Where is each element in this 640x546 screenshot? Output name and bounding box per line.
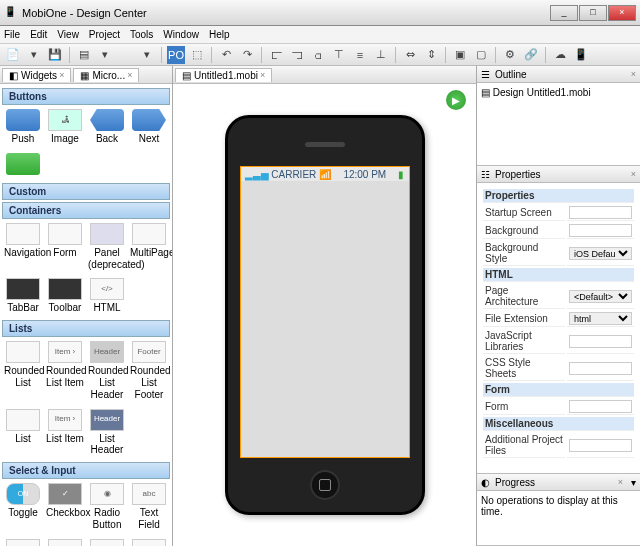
- close-icon[interactable]: ×: [260, 70, 265, 80]
- new-icon[interactable]: 📄: [4, 46, 22, 64]
- outline-panel: ☰Outline× ▤ Design Untitled1.mobi: [477, 66, 640, 166]
- pagearch-select[interactable]: <Default>: [569, 290, 632, 303]
- apple-icon[interactable]: [117, 46, 135, 64]
- home-button[interactable]: [310, 470, 340, 500]
- menu-edit[interactable]: Edit: [30, 29, 47, 40]
- widget-rlist[interactable]: Rounded List: [4, 341, 42, 400]
- widget-list[interactable]: List: [4, 409, 42, 457]
- device-drop-icon[interactable]: ▾: [96, 46, 114, 64]
- widget-panel[interactable]: Panel (deprecated): [88, 223, 126, 271]
- widget-tabbar[interactable]: TabBar: [4, 278, 42, 314]
- window-titlebar: 📱 MobiOne - Design Center _ □ ×: [0, 0, 640, 26]
- landscape-icon[interactable]: ⬚: [188, 46, 206, 64]
- align-center-icon[interactable]: ⫎: [288, 46, 306, 64]
- widget-textarea[interactable]: abc|Text Area: [46, 539, 84, 546]
- align-top-icon[interactable]: ⊤: [330, 46, 348, 64]
- link-icon[interactable]: 🔗: [522, 46, 540, 64]
- progress-icon: ◐: [481, 477, 491, 487]
- save-icon[interactable]: 💾: [46, 46, 64, 64]
- jslib-input[interactable]: [569, 335, 632, 348]
- device-screen[interactable]: ▂▃▅ CARRIER 📶 12:00 PM ▮: [240, 166, 410, 458]
- phone-icon[interactable]: 📱: [572, 46, 590, 64]
- widget-selectlist[interactable]: Item▾Select List: [88, 539, 126, 546]
- widget-password[interactable]: •••Password Field: [4, 539, 42, 546]
- close-button[interactable]: ×: [608, 5, 636, 21]
- close-icon[interactable]: ×: [59, 70, 64, 80]
- widget-html[interactable]: </>HTML: [88, 278, 126, 314]
- menu-tools[interactable]: Tools: [130, 29, 153, 40]
- align-bottom-icon[interactable]: ⊥: [372, 46, 390, 64]
- containers-header[interactable]: Containers: [2, 202, 170, 219]
- tab-widgets[interactable]: ◧Widgets×: [2, 68, 71, 82]
- widget-palette: Buttons Push 🏞Image Back Next Custom Con…: [0, 84, 172, 546]
- widget-rlistitem[interactable]: Item ›Rounded List Item: [46, 341, 84, 400]
- close-icon[interactable]: ×: [127, 70, 132, 80]
- widget-listhdr[interactable]: HeaderList Header: [88, 409, 126, 457]
- maximize-button[interactable]: □: [579, 5, 607, 21]
- clock-label: 12:00 PM: [343, 169, 386, 180]
- device-icon[interactable]: ▤: [75, 46, 93, 64]
- menu-icon[interactable]: ▾: [631, 477, 636, 488]
- tab-micro[interactable]: ▦Micro...×: [73, 68, 139, 82]
- widget-rlisthdr[interactable]: HeaderRounded List Header: [88, 341, 126, 400]
- lists-header[interactable]: Lists: [2, 320, 170, 337]
- dist-h-icon[interactable]: ⇔: [401, 46, 419, 64]
- design-canvas[interactable]: ▶ ▂▃▅ CARRIER 📶 12:00 PM ▮: [173, 84, 476, 546]
- widget-custom[interactable]: [4, 153, 42, 177]
- widget-radio[interactable]: ◉Radio Button: [88, 483, 126, 531]
- widget-checkbox[interactable]: ✓Checkbox: [46, 483, 84, 531]
- dist-v-icon[interactable]: ⇕: [422, 46, 440, 64]
- menu-view[interactable]: View: [57, 29, 79, 40]
- widget-toggle[interactable]: ONToggle: [4, 483, 42, 531]
- widget-rlistftr[interactable]: FooterRounded List Footer: [130, 341, 168, 400]
- outline-root[interactable]: ▤ Design Untitled1.mobi: [481, 87, 591, 98]
- fileext-select[interactable]: html: [569, 312, 632, 325]
- widget-selectlistitem[interactable]: Item✓Select List Item: [130, 539, 168, 546]
- align-middle-icon[interactable]: ≡: [351, 46, 369, 64]
- undo-icon[interactable]: ↶: [217, 46, 235, 64]
- micro-icon: ▦: [80, 70, 90, 80]
- status-bar: ▂▃▅ CARRIER 📶 12:00 PM ▮: [241, 167, 409, 181]
- widget-multipage[interactable]: MultiPage: [130, 223, 168, 271]
- cloud-icon[interactable]: ☁: [551, 46, 569, 64]
- widget-push[interactable]: Push: [4, 109, 42, 145]
- minimize-button[interactable]: _: [550, 5, 578, 21]
- widget-toolbar[interactable]: Toolbar: [46, 278, 84, 314]
- close-icon[interactable]: ×: [631, 169, 636, 179]
- close-icon[interactable]: ×: [618, 477, 623, 487]
- redo-icon[interactable]: ↷: [238, 46, 256, 64]
- align-left-icon[interactable]: ⫍: [267, 46, 285, 64]
- custom-header[interactable]: Custom: [2, 183, 170, 200]
- run-button[interactable]: ▶: [446, 90, 466, 110]
- menu-help[interactable]: Help: [209, 29, 230, 40]
- editor-tab[interactable]: ▤Untitled1.mobi×: [175, 68, 272, 82]
- portrait-icon[interactable]: PO: [167, 46, 185, 64]
- widget-textfield[interactable]: abcText Field: [130, 483, 168, 531]
- widget-navigation[interactable]: Navigation: [4, 223, 42, 271]
- widget-next[interactable]: Next: [130, 109, 168, 145]
- bgstyle-select[interactable]: iOS Default (stripes): [569, 247, 632, 260]
- startup-input[interactable]: [569, 206, 632, 219]
- new-drop-icon[interactable]: ▾: [25, 46, 43, 64]
- widget-image[interactable]: 🏞Image: [46, 109, 84, 145]
- widget-form[interactable]: Form: [46, 223, 84, 271]
- menu-bar: File Edit View Project Tools Window Help: [0, 26, 640, 44]
- align-right-icon[interactable]: ⫏: [309, 46, 327, 64]
- background-input[interactable]: [569, 224, 632, 237]
- select-header[interactable]: Select & Input: [2, 462, 170, 479]
- close-icon[interactable]: ×: [631, 69, 636, 79]
- widget-listitem[interactable]: Item ›List Item: [46, 409, 84, 457]
- menu-file[interactable]: File: [4, 29, 20, 40]
- gear-icon[interactable]: ⚙: [501, 46, 519, 64]
- form-input[interactable]: [569, 400, 632, 413]
- menu-window[interactable]: Window: [163, 29, 199, 40]
- platform-drop-icon[interactable]: ▾: [138, 46, 156, 64]
- back-icon[interactable]: ▢: [472, 46, 490, 64]
- buttons-header[interactable]: Buttons: [2, 88, 170, 105]
- menu-project[interactable]: Project: [89, 29, 120, 40]
- addfiles-input[interactable]: [569, 439, 632, 452]
- css-input[interactable]: [569, 362, 632, 375]
- widget-back[interactable]: Back: [88, 109, 126, 145]
- window-title: MobiOne - Design Center: [22, 7, 550, 19]
- front-icon[interactable]: ▣: [451, 46, 469, 64]
